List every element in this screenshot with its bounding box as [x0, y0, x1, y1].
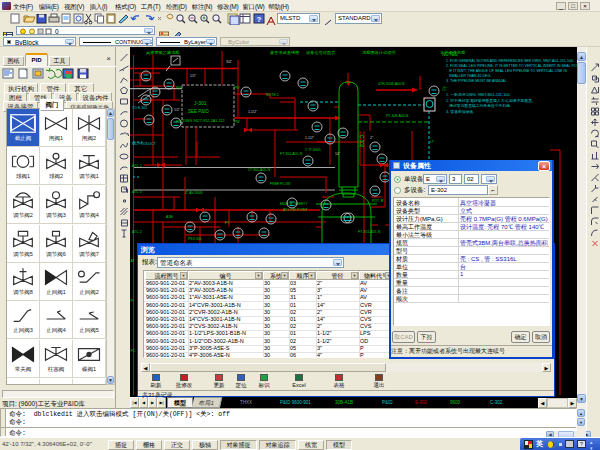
svg-text:ATC 2: ATC 2 [132, 164, 142, 168]
svg-text:3/4": 3/4" [226, 60, 233, 64]
svg-text:POT 'B': POT 'B' [372, 199, 384, 203]
svg-text:1. 一般说明 DWG. 9867-B01-241-100.: 1. 一般说明 DWG. 9867-B01-241-100. [446, 92, 511, 97]
svg-text:真空冷凝系统图: 真空冷凝系统图 [270, 50, 299, 55]
svg-text:AT LOW POINT: AT LOW POINT [283, 208, 309, 212]
svg-text:3. THE PIPELINE MUST BE ANNUAL: 3. THE PIPELINE MUST BE ANNUAL. [446, 79, 508, 83]
svg-text:1T-301-A05-N: 1T-301-A05-N [248, 168, 270, 172]
svg-text:PW: PW [234, 86, 240, 90]
svg-text:PW: PW [234, 120, 240, 124]
svg-text:LT: LT [430, 140, 435, 144]
svg-text:2": 2" [370, 136, 374, 140]
svg-text:C-302: C-302 [359, 135, 364, 148]
svg-text:MD PRODUCT: MD PRODUCT [132, 142, 157, 146]
svg-text:NOTES:: NOTES: [442, 52, 459, 57]
svg-text:P&ID 9600-901: P&ID 9600-901 [280, 400, 311, 405]
svg-text:流程图设计说明书: 流程图设计说明书 [362, 50, 396, 55]
svg-text:?: ? [257, 15, 262, 24]
svg-text:J-301: J-301 [194, 100, 207, 106]
svg-text:4TH-3508-A00-N: 4TH-3508-A00-N [378, 82, 405, 86]
svg-text:FREE FLOW: FREE FLOW [270, 182, 291, 186]
svg-text:1. FOR GENERAL NOTES AND REFER: 1. FOR GENERAL NOTES AND REFERENCES SEE … [446, 59, 574, 63]
svg-text:液封管与垂直线之间夹角应小于45角.: 液封管与垂直线之间夹角应小于45角. [446, 103, 511, 108]
svg-text:C-302: C-302 [490, 400, 503, 405]
svg-text:2. 对于液封管,最好采用垂直插入方式,如果不能垂直,: 2. 对于液封管,最好采用垂直插入方式,如果不能垂直, [446, 98, 533, 103]
svg-text:E-302: E-302 [415, 400, 428, 405]
svg-text:PW: PW [176, 86, 182, 90]
svg-text:14": 14" [335, 152, 341, 156]
svg-text:1-1/2": 1-1/2" [248, 110, 258, 114]
svg-text:AT: AT [131, 259, 136, 263]
svg-text:9600: 9600 [450, 400, 461, 405]
svg-text:3. 管道必须保温.: 3. 管道必须保温. [446, 109, 474, 114]
svg-text:2"-AV-3003: 2"-AV-3003 [185, 191, 203, 195]
svg-text:高密度聚乙烯流程: 高密度聚乙烯流程 [146, 50, 180, 55]
svg-text:NOTE 2: NOTE 2 [266, 93, 279, 97]
svg-text:F7-301-A05-N: F7-301-A05-N [358, 230, 381, 234]
svg-text:2. FOR SEAL LEG PIPELINE, IT I: 2. FOR SEAL LEG PIPELINE, IT IS BETTER T… [446, 64, 577, 68]
svg-text:ATC 3: ATC 3 [132, 190, 142, 194]
svg-text:FC: FC [131, 349, 136, 353]
svg-text:P&ID: P&ID [382, 400, 393, 405]
svg-text:1/2": 1/2" [190, 74, 197, 78]
svg-text:DWG.9627-952-2A1-112: DWG.9627-952-2A1-112 [183, 119, 225, 123]
svg-text:设备位号对照表: 设备位号对照表 [306, 50, 335, 56]
svg-text:1/2": 1/2" [174, 108, 181, 112]
svg-text:TO E-301: TO E-301 [132, 106, 147, 110]
svg-text:PSV-301: PSV-301 [188, 237, 202, 241]
svg-text:PI: PI [131, 299, 134, 303]
svg-text:THXX: THXX [240, 400, 252, 405]
svg-text:1"-P-3005: 1"-P-3005 [305, 148, 321, 152]
svg-text:注:: 注: [442, 86, 448, 91]
svg-text:A1B: A1B [166, 215, 173, 219]
svg-text:ATC 2: ATC 2 [132, 230, 142, 234]
svg-text:1-1/2": 1-1/2" [305, 136, 315, 140]
svg-text:IF IT ISN'T, THE ANGLE OF SEAL: IF IT ISN'T, THE ANGLE OF SEAL LEG PIPEL… [446, 69, 568, 73]
svg-text:FT-301-A05-N: FT-301-A05-N [280, 152, 303, 156]
svg-text:SEE P&ID: SEE P&ID [188, 109, 210, 114]
svg-text:P7-308-A00-N: P7-308-A00-N [386, 114, 409, 118]
svg-text:SMALLER THAN 45 DEG.: SMALLER THAN 45 DEG. [446, 74, 491, 78]
svg-text:30B-A1B: 30B-A1B [335, 400, 353, 405]
